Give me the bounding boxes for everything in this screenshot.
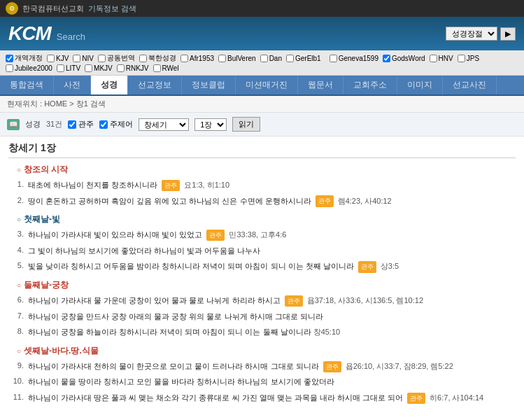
verse-num-6: 6. xyxy=(8,295,28,304)
version-북한성경[interactable]: 북한성경 xyxy=(139,53,176,63)
version-KJV[interactable]: KJV xyxy=(47,55,69,62)
kcm-logo: KCM xyxy=(8,22,51,45)
version-공동번역[interactable]: 공동번역 xyxy=(98,53,135,63)
version-RNKJV[interactable]: RNKJV xyxy=(117,64,149,72)
section-title-1: 창조의 시작 xyxy=(24,164,68,176)
verse-num-9: 9. xyxy=(8,360,28,370)
content-area: 창세기 1장 창조의 시작 1. 태초에 하나님이 천지를 창조하시니라 관주 … xyxy=(0,136,524,413)
version-Geneva1599[interactable]: Geneva1599 xyxy=(330,55,378,62)
kwanjoo-checkbox[interactable] xyxy=(68,120,76,129)
version-개역개정[interactable]: 개역개정 xyxy=(6,53,43,63)
version-Dan[interactable]: Dan xyxy=(260,55,282,62)
ref-btn-1[interactable]: 관주 xyxy=(162,180,180,191)
bible-go-button[interactable]: ▶ xyxy=(500,27,516,41)
kwanjoo-checkbox-label[interactable]: 관주 xyxy=(68,119,94,130)
ref-btn-2[interactable]: 관주 xyxy=(316,195,334,206)
version-Afr1953[interactable]: Afr1953 xyxy=(180,55,214,62)
verse-num-5: 5. xyxy=(8,260,28,270)
version-NIV[interactable]: NIV xyxy=(73,55,94,62)
top-org-name: 한국컴퓨터선교회 xyxy=(22,4,84,14)
verse-text-11: 하나님이 가라사대 땅은 풀과 씨 맺는 채소와 각기 종류대로 씨 가진 열매… xyxy=(28,392,516,405)
book-icon: 📖 xyxy=(7,119,20,130)
version-HNV[interactable]: HNV xyxy=(430,55,453,62)
search-controls: 📖 성경 31건 관주 주제어 창세기 출애굽기 레위기 1장 2장 3장 읽기 xyxy=(0,113,524,136)
tab-선교사진[interactable]: 선교사진 xyxy=(443,76,497,94)
section-header-2: 첫째날-빛 xyxy=(17,214,516,225)
verse-num-10: 10. xyxy=(8,376,28,385)
version-JPS[interactable]: JPS xyxy=(458,55,479,62)
verse-row-2: 2. 땅이 혼돈하고 공허하며 흑암이 깊음 위에 있고 하나님의 신은 수면에… xyxy=(8,195,516,209)
section-header-3: 둘째날-궁창 xyxy=(17,279,516,291)
ref-detail-8: 창45:10 xyxy=(313,328,341,336)
verse-num-1: 1. xyxy=(8,179,28,188)
version-LITV[interactable]: LITV xyxy=(57,64,80,72)
bible-versions-bar: 개역개정 KJV NIV 공동번역 북한성경 Afr1953 BulVeren … xyxy=(0,50,524,76)
tab-이미지[interactable]: 이미지 xyxy=(397,76,443,94)
version-MKJV[interactable]: MKJV xyxy=(85,64,113,72)
verse-text-5: 빛을 낮이라 칭하시고 어두움을 밤이라 칭하시니라 저녁이 되며 아침이 되니… xyxy=(28,260,516,273)
ref-btn-9[interactable]: 관주 xyxy=(323,361,341,372)
ref-detail-11: 히6:7, 사104:14 xyxy=(430,393,483,402)
section-title-3: 둘째날-궁창 xyxy=(24,279,69,291)
subject-label: 주제어 xyxy=(110,119,133,130)
tab-교회주소[interactable]: 교회주소 xyxy=(344,76,397,94)
verse-row-6: 6. 하나님이 가라사대 물 가운데 궁창이 있어 물과 물로 나뉘게 하리라 … xyxy=(8,294,516,308)
tab-통합검색[interactable]: 통합검색 xyxy=(0,76,54,94)
tab-정보클럽[interactable]: 정보클럽 xyxy=(182,76,236,94)
tab-미션매거진[interactable]: 미션매거진 xyxy=(236,76,298,94)
version-GerElb1[interactable]: GerElb1 xyxy=(286,55,321,62)
verse-row-5: 5. 빛을 낮이라 칭하시고 어두움을 밤이라 칭하시니라 저녁이 되며 아침이… xyxy=(8,260,516,274)
verse-num-7: 7. xyxy=(8,311,28,320)
version-BulVeren[interactable]: BulVeren xyxy=(218,55,256,62)
tab-웹문서[interactable]: 웹문서 xyxy=(298,76,344,94)
verse-row-3: 3. 하나님이 가라사대 빛이 있으라 하시매 빛이 있었고 관주 민33:38… xyxy=(8,228,516,242)
result-count: 31건 xyxy=(46,119,62,130)
ref-btn-5[interactable]: 관주 xyxy=(358,261,376,272)
kwanjoo-label: 관주 xyxy=(78,119,94,130)
verse-num-8: 8. xyxy=(8,326,28,335)
header: KCM Search 성경장절 통합검색 ▶ xyxy=(0,17,524,50)
nav-tabs: 통합검색 사전 성경 선교정보 정보클럽 미션매거진 웹문서 교회주소 이미지 … xyxy=(0,76,524,96)
verse-text-1: 태초에 하나님이 천지를 창조하시니라 관주 요1:3, 히1:10 xyxy=(28,179,516,192)
verse-text-4: 그 빛이 하나님의 보시기에 좋았더라 하나님이 빛과 어두움을 나누사 xyxy=(28,245,516,258)
ref-detail-2: 렘4:23, 사40:12 xyxy=(338,197,392,205)
ref-detail-5: 상3:5 xyxy=(381,262,399,270)
top-nav-label[interactable]: 기독정보 검색 xyxy=(88,4,136,14)
verse-text-3: 하나님이 가라사대 빛이 있으라 하시매 빛이 있었고 관주 민33:38, 고… xyxy=(28,229,516,241)
tab-사전[interactable]: 사전 xyxy=(54,76,91,94)
verse-text-8: 하나님이 궁창을 하늘이라 칭하시니라 저녁이 되며 아침이 되니 이는 둘째 … xyxy=(28,326,516,339)
book-select[interactable]: 창세기 출애굽기 레위기 xyxy=(139,118,189,131)
chapter-select[interactable]: 1장 2장 3장 xyxy=(194,118,227,131)
ref-detail-6: 욥37:18, 사33:6, 시136:5, 렘10:12 xyxy=(307,296,423,304)
verse-row-8: 8. 하나님이 궁창을 하늘이라 칭하시니라 저녁이 되며 아침이 되니 이는 … xyxy=(8,326,516,340)
verse-row-1: 1. 태초에 하나님이 천지를 창조하시니라 관주 요1:3, 히1:10 xyxy=(8,178,516,192)
ref-btn-3[interactable]: 관주 xyxy=(206,230,225,241)
version-GodsWord[interactable]: GodsWord xyxy=(383,55,425,62)
ref-btn-11[interactable]: 관주 xyxy=(407,393,425,404)
verse-text-2: 땅이 혼돈하고 공허하며 흑암이 깊음 위에 있고 하나님의 신은 수면에 운행… xyxy=(28,195,516,208)
bible-select[interactable]: 성경장절 통합검색 xyxy=(446,27,497,41)
chapter-title: 창세기 1장 xyxy=(8,142,516,158)
verse-row-7: 7. 하나님이 궁창을 만드사 궁창 아래의 물과 궁창 위의 물로 나뉘게 하… xyxy=(8,310,516,324)
tab-선교정보[interactable]: 선교정보 xyxy=(128,76,182,94)
ref-btn-6[interactable]: 관주 xyxy=(285,295,303,307)
bible-label: 성경 xyxy=(25,119,41,130)
verse-num-2: 2. xyxy=(8,195,28,204)
breadcrumb: 현재위치 : HOME > 창1 검색 xyxy=(0,96,524,113)
subject-checkbox[interactable] xyxy=(99,120,108,129)
ref-detail-9: 욥26:10, 시33:7, 잠8:29, 렘5:22 xyxy=(346,362,453,370)
verse-text-9: 하나님이 가라사대 천하의 물이 한곳으로 모이고 뭍이 드러나라 하시매 그대… xyxy=(28,360,516,373)
read-button[interactable]: 읽기 xyxy=(232,117,260,132)
subject-checkbox-label[interactable]: 주제어 xyxy=(99,119,133,130)
verse-num-4: 4. xyxy=(8,245,28,254)
search-label: Search xyxy=(57,31,85,42)
section-header-1: 창조의 시작 xyxy=(17,164,516,176)
verse-text-10: 하나님이 뭍을 땅이라 칭하시고 모인 물을 바다라 칭하시니라 하나님의 보시… xyxy=(28,376,516,388)
ref-detail-3: 민33:38, 고후4:6 xyxy=(229,230,286,239)
section-header-4: 셋째날-바다.땅.식물 xyxy=(17,345,516,357)
verse-num-3: 3. xyxy=(8,229,28,238)
version-RWel[interactable]: RWel xyxy=(153,64,179,72)
tab-성경[interactable]: 성경 xyxy=(91,76,128,94)
version-Jubilee2000[interactable]: Jubilee2000 xyxy=(6,64,52,72)
section-title-4: 셋째날-바다.땅.식물 xyxy=(24,345,99,357)
